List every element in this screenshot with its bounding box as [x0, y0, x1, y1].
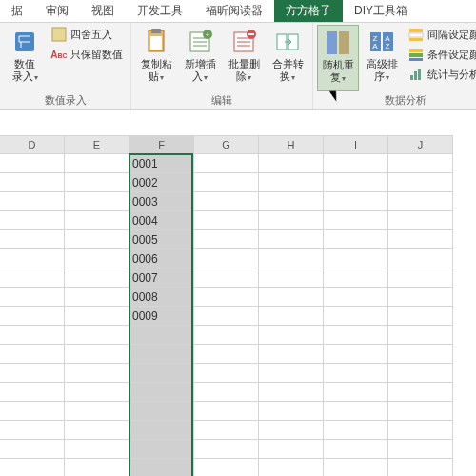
cell[interactable]: 0003 — [129, 192, 194, 211]
tab-4[interactable]: 福昕阅读器 — [194, 0, 274, 22]
cell[interactable] — [0, 249, 65, 268]
cell[interactable] — [194, 345, 259, 364]
tab-5[interactable]: 方方格子 — [274, 0, 343, 22]
cell[interactable] — [259, 383, 324, 402]
col-header-J[interactable]: J — [388, 135, 453, 154]
cell[interactable] — [259, 173, 324, 192]
cell[interactable] — [0, 173, 65, 192]
cell[interactable] — [65, 307, 129, 326]
cell[interactable]: 0004 — [129, 211, 194, 230]
cell[interactable] — [388, 364, 453, 383]
col-header-G[interactable]: G — [194, 135, 259, 154]
cell[interactable] — [0, 345, 65, 364]
cell[interactable] — [324, 345, 388, 364]
cell[interactable] — [388, 268, 453, 288]
cell[interactable] — [388, 440, 453, 459]
cell[interactable] — [0, 364, 65, 383]
cell[interactable] — [194, 459, 259, 476]
cell[interactable] — [0, 440, 65, 459]
cell[interactable] — [65, 268, 129, 288]
cell[interactable] — [388, 192, 453, 211]
cell[interactable] — [0, 268, 65, 288]
cell[interactable] — [129, 440, 194, 459]
cell[interactable] — [259, 230, 324, 249]
cell[interactable] — [388, 307, 453, 326]
cell[interactable] — [65, 230, 129, 249]
tab-3[interactable]: 开发工具 — [126, 0, 194, 22]
cell[interactable] — [194, 268, 259, 288]
col-header-D[interactable]: D — [0, 135, 65, 154]
cell[interactable] — [0, 288, 65, 307]
cell[interactable] — [65, 383, 129, 402]
cell[interactable] — [0, 192, 65, 211]
cell[interactable] — [388, 326, 453, 345]
cell[interactable]: 0001 — [129, 154, 194, 173]
cell[interactable]: 0007 — [129, 268, 194, 288]
ribbon-btn-g3-0[interactable]: 随机重 复 — [317, 25, 359, 91]
cell[interactable] — [259, 307, 324, 326]
cell[interactable] — [259, 326, 324, 345]
cell[interactable] — [388, 383, 453, 402]
cell[interactable] — [259, 154, 324, 173]
cell[interactable] — [194, 288, 259, 307]
tab-6[interactable]: DIY工具箱 — [343, 0, 419, 22]
cell[interactable] — [194, 383, 259, 402]
cell[interactable] — [324, 364, 388, 383]
cell[interactable] — [65, 402, 129, 421]
cell[interactable] — [0, 383, 65, 402]
cell[interactable]: 0005 — [129, 230, 194, 249]
tab-0[interactable]: 据 — [0, 0, 34, 22]
cell[interactable] — [388, 402, 453, 421]
cell[interactable] — [0, 459, 65, 476]
ribbon-small-g3-1[interactable]: 条件设定颜色 — [405, 45, 476, 64]
cell[interactable] — [259, 440, 324, 459]
cell[interactable] — [324, 383, 388, 402]
cell[interactable] — [65, 421, 129, 440]
cell[interactable] — [259, 288, 324, 307]
cell[interactable] — [324, 421, 388, 440]
cell[interactable] — [65, 249, 129, 268]
cell[interactable] — [194, 249, 259, 268]
cell[interactable] — [324, 211, 388, 230]
cell[interactable] — [324, 440, 388, 459]
cell[interactable] — [194, 211, 259, 230]
cell[interactable] — [259, 211, 324, 230]
cell[interactable]: 0009 — [129, 307, 194, 326]
cell[interactable] — [65, 326, 129, 345]
cell[interactable] — [194, 307, 259, 326]
ribbon-btn-g1-0[interactable]: 数值 录入 — [4, 25, 46, 91]
cell[interactable] — [194, 192, 259, 211]
cell[interactable] — [388, 288, 453, 307]
col-header-I[interactable]: I — [324, 135, 388, 154]
cell[interactable] — [129, 402, 194, 421]
cell[interactable] — [129, 421, 194, 440]
cell[interactable] — [388, 154, 453, 173]
cell[interactable] — [259, 402, 324, 421]
ribbon-btn-g2-1[interactable]: +新增插 入 — [179, 25, 221, 91]
cell[interactable] — [388, 173, 453, 192]
cell[interactable] — [324, 326, 388, 345]
cell[interactable] — [259, 459, 324, 476]
cell[interactable] — [65, 364, 129, 383]
cell[interactable] — [65, 154, 129, 173]
ribbon-small-g1-0[interactable]: 四舍五入 — [48, 25, 127, 44]
cell[interactable] — [259, 268, 324, 288]
cell[interactable] — [65, 459, 129, 476]
ribbon-small-g3-2[interactable]: 统计与分析 — [405, 65, 476, 84]
ribbon-small-g1-1[interactable]: ABC只保留数值 — [48, 45, 127, 64]
cell[interactable] — [388, 345, 453, 364]
cell[interactable]: 0002 — [129, 173, 194, 192]
cell[interactable] — [65, 211, 129, 230]
ribbon-btn-g2-3[interactable]: 合并转 换 — [267, 25, 308, 91]
cell[interactable] — [194, 326, 259, 345]
tab-2[interactable]: 视图 — [80, 0, 126, 22]
cell[interactable] — [259, 364, 324, 383]
cell[interactable] — [388, 249, 453, 268]
cell[interactable] — [259, 249, 324, 268]
cell[interactable] — [324, 249, 388, 268]
cell[interactable] — [324, 268, 388, 288]
col-header-H[interactable]: H — [259, 135, 324, 154]
cell[interactable] — [65, 440, 129, 459]
cell[interactable] — [129, 326, 194, 345]
cell[interactable] — [324, 402, 388, 421]
